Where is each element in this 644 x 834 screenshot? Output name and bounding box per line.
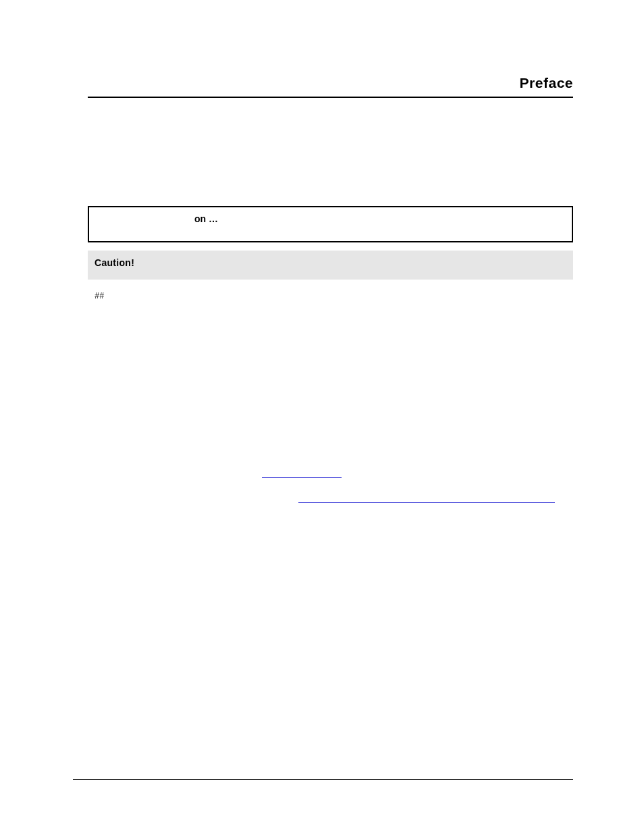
caution-label: Caution!: [95, 257, 134, 268]
hyperlink-1[interactable]: [262, 477, 342, 478]
info-box-label: on …: [194, 213, 218, 224]
hash-marks: ##: [95, 292, 573, 301]
document-page: Preface on … Caution! ##: [0, 0, 644, 561]
link-row-1: [88, 470, 573, 480]
link-row-2: [88, 495, 573, 505]
page-title: Preface: [88, 75, 573, 98]
info-box: on …: [88, 206, 573, 242]
hyperlink-2[interactable]: [298, 502, 555, 503]
footer-divider: [73, 779, 573, 780]
caution-box: Caution!: [88, 251, 573, 280]
